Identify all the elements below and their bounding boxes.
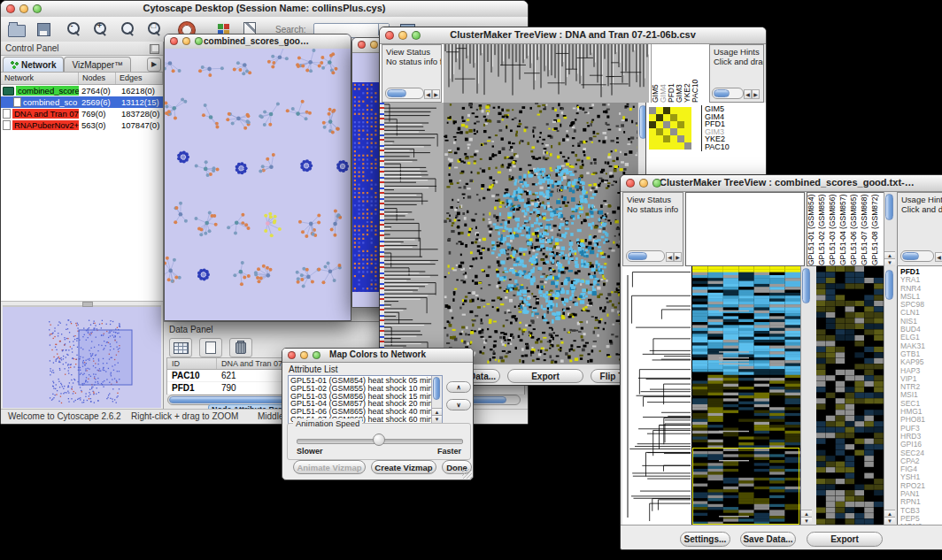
network-graph[interactable]: [165, 49, 351, 320]
column-dendrogram[interactable]: [444, 44, 649, 103]
hints-hscrollbar[interactable]: [712, 88, 744, 99]
close-button[interactable]: [385, 31, 394, 40]
network-row-combined-scores[interactable]: combined_scores 2764(0) 16218(0): [1, 85, 163, 96]
status-hscrollbar[interactable]: [385, 88, 424, 99]
zoom-button[interactable]: [313, 351, 320, 359]
zoom-selected-icon[interactable]: [121, 22, 134, 35]
tab-network[interactable]: Network: [3, 57, 64, 72]
column-label[interactable]: PFD1: [668, 44, 676, 103]
zoom-button[interactable]: [195, 37, 203, 45]
minimize-button[interactable]: [398, 31, 407, 40]
move-up-button[interactable]: ∧: [446, 381, 471, 393]
network-canvas[interactable]: [165, 49, 351, 320]
scroll-left-arrow[interactable]: ◀: [935, 252, 942, 262]
network-view-titlebar[interactable]: combined_scores_good.txt--cluste...: [165, 35, 351, 50]
delete-attribute-button[interactable]: [229, 338, 252, 357]
zoom-button[interactable]: [652, 179, 661, 188]
save-session-icon[interactable]: [37, 23, 50, 36]
row-dendrogram[interactable]: [622, 266, 691, 525]
status-hscrollbar[interactable]: [626, 250, 665, 262]
tab-overflow-arrow[interactable]: ▶: [147, 58, 161, 72]
scroll-left-arrow[interactable]: ◀: [744, 89, 752, 99]
scroll-left-arrow[interactable]: ◀: [424, 89, 432, 99]
resize-grip[interactable]: [462, 469, 472, 479]
network-row-rnapubernov2[interactable]: RNAPuberNov2+ 563(0) 107847(0): [1, 119, 163, 131]
network-overview-canvas[interactable]: [3, 307, 159, 404]
column-label[interactable]: YKE2: [683, 44, 691, 103]
column-dendrogram-area[interactable]: [685, 192, 805, 266]
settings-button[interactable]: Settings...: [680, 532, 730, 547]
row-dendrogram[interactable]: [384, 103, 444, 364]
column-label[interactable]: GIM3: [676, 44, 683, 103]
network-row-combined-sco-selected[interactable]: combined_sco 2569(6) 13112(15): [1, 96, 163, 108]
network-overview-panel[interactable]: [3, 305, 161, 408]
zoom-heatmap-canvas[interactable]: [816, 266, 884, 525]
new-attribute-button[interactable]: [199, 338, 222, 357]
minimize-button[interactable]: [19, 4, 28, 13]
network-table-header[interactable]: Network Nodes Edges: [1, 73, 163, 85]
similarity-matrix[interactable]: [649, 107, 691, 150]
main-titlebar[interactable]: Cytoscape Desktop (Session Name: collins…: [1, 1, 528, 18]
scrollbar-thumb[interactable]: [902, 252, 919, 260]
close-button[interactable]: [6, 4, 15, 13]
attribute-listbox[interactable]: GPL51-01 (GSM854) heat shock 05 minGPL51…: [288, 375, 443, 424]
scroll-down-arrow[interactable]: ▼: [884, 258, 895, 266]
column-label[interactable]: GPL51-02 (GSM855): [818, 193, 829, 265]
float-panel-icon[interactable]: [150, 44, 159, 54]
close-button[interactable]: [626, 179, 635, 188]
column-label[interactable]: GIM5: [652, 44, 660, 103]
close-button[interactable]: [358, 41, 366, 49]
column-label[interactable]: GPL51-04 (GSM857): [839, 193, 850, 265]
minimize-button[interactable]: [639, 179, 648, 188]
column-label[interactable]: GIM4: [660, 44, 668, 103]
labels-vscrollbar[interactable]: ▲ ▼: [884, 192, 895, 266]
column-label[interactable]: GPL51-07 (GSM868): [861, 193, 871, 265]
scrollbar-thumb[interactable]: [802, 268, 810, 303]
open-session-icon[interactable]: [8, 25, 26, 37]
minimize-button[interactable]: [182, 37, 190, 45]
create-vizmap-button[interactable]: Create Vizmap: [371, 460, 436, 474]
column-label[interactable]: PAC10: [691, 44, 699, 103]
scroll-right-arrow[interactable]: ▶: [432, 89, 440, 99]
scrollbar-thumb[interactable]: [387, 89, 406, 97]
move-down-button[interactable]: ∨: [446, 399, 471, 410]
minimize-button[interactable]: [300, 351, 308, 359]
animate-vizmap-button[interactable]: Animate Vizmap: [293, 460, 366, 474]
list-vscrollbar[interactable]: ▲ ▼: [431, 376, 442, 423]
zoom-vscrollbar[interactable]: ▲ ▼: [884, 266, 895, 525]
close-button[interactable]: [288, 351, 296, 359]
minimize-button[interactable]: [370, 41, 378, 49]
dialog-titlebar[interactable]: Map Colors to Network: [282, 349, 473, 363]
heatmap-vscrollbar[interactable]: ▲ ▼: [800, 266, 812, 525]
zoom-button[interactable]: [33, 4, 42, 13]
heatmap-panel[interactable]: [692, 266, 800, 525]
speed-slider-thumb[interactable]: [373, 433, 385, 446]
hints-hscrollbar[interactable]: [900, 250, 934, 262]
scroll-down-arrow[interactable]: ▼: [432, 415, 442, 423]
select-attributes-button[interactable]: [169, 338, 192, 357]
zoom-in-icon[interactable]: +: [94, 22, 106, 35]
zoom-heatmap-panel[interactable]: [816, 266, 884, 525]
scrollbar-thumb[interactable]: [628, 252, 647, 260]
tab-vizmapper[interactable]: VizMapper™: [64, 57, 131, 72]
scroll-down-arrow[interactable]: ▼: [801, 517, 812, 525]
treeview-dna-titlebar[interactable]: ClusterMaker TreeView : DNA and Tran 07-…: [380, 27, 766, 44]
scrollbar-thumb[interactable]: [885, 270, 893, 300]
export-graphics-button[interactable]: Export Graphics...: [507, 369, 583, 383]
column-label[interactable]: GPL51-01 (GSM854): [807, 193, 818, 265]
column-label[interactable]: GPL51-06 (GSM865): [850, 193, 861, 265]
scrollbar-thumb[interactable]: [433, 377, 440, 400]
row-dendrogram-panel[interactable]: [622, 266, 692, 525]
gene-label[interactable]: PAC10: [705, 143, 767, 151]
network-row-dna-tran[interactable]: DNA and Tran 07 769(0) 183728(0): [1, 108, 163, 119]
zoom-out-icon[interactable]: -: [67, 22, 80, 35]
scrollbar-thumb[interactable]: [885, 194, 893, 220]
close-button[interactable]: [170, 37, 178, 45]
export-graphics-button[interactable]: Export Graphics...: [807, 532, 883, 547]
scroll-down-arrow[interactable]: ▼: [884, 517, 895, 525]
vizmapper-icon[interactable]: [218, 24, 223, 29]
treeview-combined-titlebar[interactable]: ClusterMaker TreeView : combined_scores_…: [621, 175, 942, 192]
column-label[interactable]: GPL51-08 (GSM872): [871, 193, 882, 265]
splitter-handle[interactable]: [82, 302, 93, 307]
scrollbar-thumb[interactable]: [714, 89, 730, 97]
